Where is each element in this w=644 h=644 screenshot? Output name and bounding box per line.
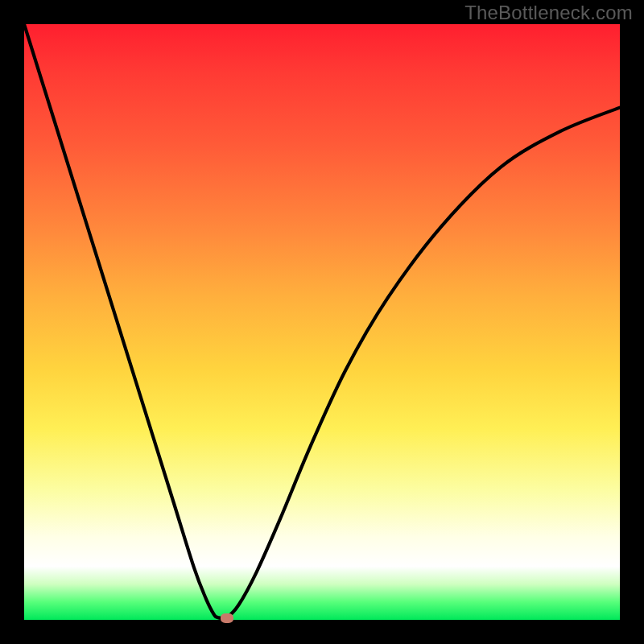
curve-svg — [24, 24, 620, 620]
optimal-point-marker — [221, 613, 233, 623]
bottleneck-curve — [24, 24, 620, 618]
watermark-text: TheBottleneck.com — [464, 2, 633, 24]
chart-frame: TheBottleneck.com — [0, 0, 644, 644]
plot-area — [24, 24, 620, 620]
